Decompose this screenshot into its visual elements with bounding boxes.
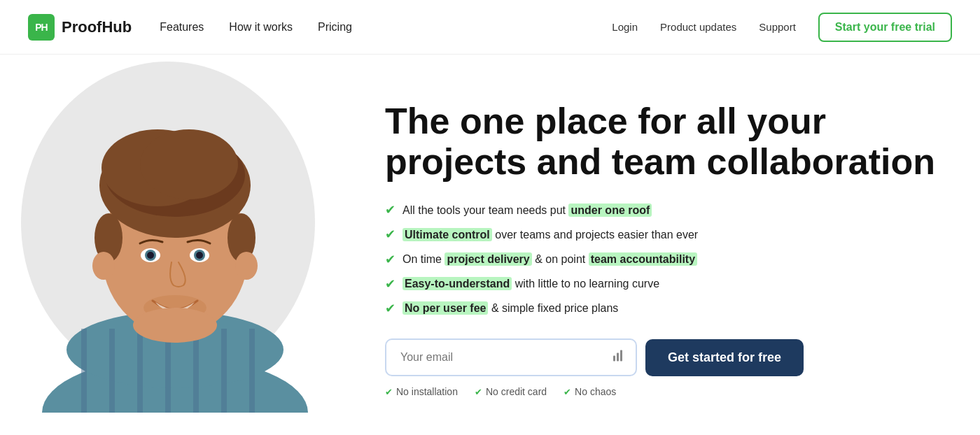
feature-text-5: No per user fee & simple fixed price pla… [402,301,618,316]
footer-check-2: ✔ [475,387,482,397]
email-icon [612,349,626,366]
get-started-button[interactable]: Get started for free [645,339,804,376]
start-trial-button[interactable]: Start your free trial [818,13,952,42]
svg-point-23 [196,252,203,259]
svg-point-20 [147,252,154,259]
feature-list: ✔ All the tools your team needs put unde… [385,201,938,318]
nav-pricing[interactable]: Pricing [318,21,352,34]
svg-point-27 [133,308,217,343]
feature-item-4: ✔ Easy-to-understand with little to no l… [385,276,938,293]
nav-support[interactable]: Support [759,21,796,33]
highlight-3b: team accountability [589,252,697,266]
feature-text-4: Easy-to-understand with little to no lea… [402,276,659,292]
hero-person-svg [28,77,322,413]
check-icon-5: ✔ [385,300,396,318]
logo-name: ProofHub [62,18,132,36]
highlight-2: Ultimate control [402,228,492,241]
footer-check-1: ✔ [385,387,393,397]
feature-text-1: All the tools your team needs put under … [402,203,652,218]
hero-content: The one place for all your projects and … [350,55,980,435]
check-icon-3: ✔ [385,251,396,269]
feature-item-5: ✔ No per user fee & simple fixed price p… [385,300,938,318]
email-input-wrap [385,338,637,376]
nav-links: Features How it works Pricing [160,21,352,34]
feature-item-1: ✔ All the tools your team needs put unde… [385,201,938,219]
navbar: PH ProofHub Features How it works Pricin… [0,0,980,55]
svg-point-25 [92,252,115,280]
highlight-3a: project delivery [444,252,531,266]
feature-text-2: Ultimate control over teams and projects… [402,227,698,243]
svg-point-26 [235,252,258,280]
nav-features[interactable]: Features [160,21,204,34]
logo-icon: PH [28,14,55,41]
svg-rect-28 [613,356,615,362]
svg-rect-30 [620,350,622,362]
nav-login[interactable]: Login [612,21,638,33]
hero-person [28,77,322,413]
feature-item-2: ✔ Ultimate control over teams and projec… [385,226,938,243]
highlight-1: under one roof [568,204,652,217]
check-icon-2: ✔ [385,226,396,243]
check-icon-4: ✔ [385,276,396,293]
logo-area[interactable]: PH ProofHub [28,14,132,41]
email-input[interactable] [385,338,637,376]
footer-item-3: ✔ No chaos [564,386,616,397]
feature-item-3: ✔ On time project delivery & on point te… [385,251,938,269]
check-icon-1: ✔ [385,201,396,219]
highlight-4: Easy-to-understand [402,277,512,290]
svg-point-15 [140,129,238,199]
cta-row: Get started for free [385,338,938,376]
cta-footer: ✔ No installation ✔ No credit card ✔ No … [385,386,938,397]
nav-right: Login Product updates Support Start your… [612,13,952,42]
footer-item-1: ✔ No installation [385,386,458,397]
main-content: The one place for all your projects and … [0,55,980,435]
footer-check-3: ✔ [564,387,571,397]
feature-text-3: On time project delivery & on point team… [402,252,697,267]
hero-image-area [0,55,350,435]
svg-rect-29 [617,353,619,362]
nav-how-it-works[interactable]: How it works [229,21,293,34]
highlight-5: No per user fee [402,301,488,315]
nav-product-updates[interactable]: Product updates [660,21,736,33]
footer-item-2: ✔ No credit card [475,386,547,397]
hero-title: The one place for all your projects and … [385,101,938,182]
